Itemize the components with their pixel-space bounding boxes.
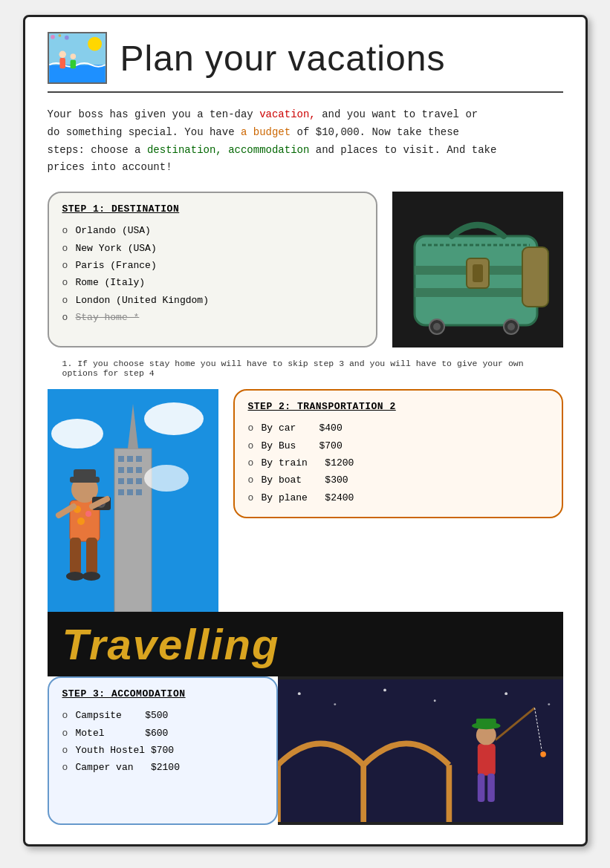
svg-point-53 [66,572,84,581]
svg-point-73 [504,692,507,695]
svg-point-72 [433,700,435,702]
step2-title: STEP 2: TRANSPORTATION 2 [248,401,548,412]
step3-box: STEP 3: ACCOMODATION Campsite $500 Motel… [48,676,278,825]
page: Plan your vacations Your boss has given … [23,15,588,846]
svg-point-8 [58,34,61,37]
svg-rect-30 [118,467,124,473]
svg-point-23 [51,419,103,448]
list-item: Camper van $2100 [62,759,263,776]
svg-rect-13 [415,288,537,297]
svg-rect-15 [473,264,483,282]
price: $700 [319,437,360,454]
svg-rect-31 [127,467,133,473]
step3-list: Campsite $500 Motel $600 Youth Hostel $7… [62,707,263,777]
list-item: Youth Hostel $700 [62,742,263,759]
price: $500 [145,707,186,724]
svg-point-24 [144,402,204,435]
svg-rect-33 [118,478,124,484]
svg-point-7 [51,35,55,39]
svg-rect-34 [127,478,133,484]
list-item: By car $400 [248,420,548,437]
footnote: 1. If you choose stay home you will have… [48,359,563,378]
step2-box: STEP 2: TRANSPORTATION 2 By car $400 By … [233,389,563,518]
list-item: By train $1200 [248,454,548,471]
svg-point-54 [82,572,100,581]
travelling-banner: Travelling [48,612,563,676]
svg-rect-56 [278,679,563,822]
step1-title: STEP 1: DESTINATION [62,203,363,215]
step3-title: STEP 3: ACCOMODATION [62,688,263,699]
svg-point-18 [433,323,441,330]
svg-rect-28 [127,456,133,462]
svg-point-20 [507,323,515,330]
svg-point-6 [70,53,76,59]
svg-rect-32 [136,467,142,473]
svg-rect-60 [477,744,495,776]
svg-point-74 [548,703,550,705]
list-item: New York (USA) [62,240,363,257]
svg-rect-68 [487,774,495,802]
price: $300 [325,471,366,489]
step1-section: STEP 1: DESTINATION Orlando (USA) New Yo… [48,192,563,347]
svg-rect-27 [118,456,124,462]
svg-point-69 [297,692,300,695]
header: Plan your vacations [48,32,563,93]
destination-highlight: destination, accommodation [147,144,309,156]
intro-text: Your boss has given you a ten-day vacati… [48,106,563,177]
step1-box: STEP 1: DESTINATION Orlando (USA) New Yo… [48,192,377,347]
fishing-illustration [278,676,563,825]
svg-point-66 [540,751,546,757]
vacation-highlight: vacation, [259,108,316,120]
svg-point-70 [334,703,336,705]
svg-rect-51 [70,538,81,575]
page-title: Plan your vacations [120,38,446,79]
step2-list: By car $400 By Bus $700 By train $1200 B… [248,420,548,506]
svg-point-71 [383,689,386,692]
tourist-illustration [48,389,218,612]
budget-highlight: a budget [241,126,291,138]
step1-list: Orlando (USA) New York (USA) Paris (Fran… [62,222,363,326]
svg-rect-63 [476,719,496,728]
svg-point-41 [85,511,91,517]
svg-rect-37 [127,489,133,495]
travelling-text: Travelling [62,620,280,668]
svg-point-2 [88,37,102,51]
svg-rect-5 [70,60,76,68]
header-image [48,32,107,84]
price: $1200 [325,454,366,471]
list-item: Motel $600 [62,725,263,742]
svg-point-4 [59,51,65,58]
svg-rect-36 [118,489,124,495]
price: $600 [145,725,186,742]
svg-rect-35 [136,478,142,484]
list-item: By boat $300 [248,471,548,489]
svg-rect-16 [522,247,548,307]
price: $400 [319,420,360,437]
svg-rect-29 [136,456,142,462]
list-item: London (United Kingdom) [62,292,363,309]
step3-section: STEP 3: ACCOMODATION Campsite $500 Motel… [48,676,563,825]
strikethrough-item: Stay home * [76,312,140,323]
list-item: Rome (Italy) [62,274,363,291]
step2-section: STEP 2: TRANSPORTATION 2 By car $400 By … [48,389,563,612]
svg-rect-1 [49,65,105,82]
svg-rect-45 [74,469,96,478]
svg-point-9 [65,36,69,40]
list-item: Campsite $500 [62,707,263,724]
svg-rect-52 [86,538,97,575]
price: $2100 [151,759,192,776]
list-item: By Bus $700 [248,437,548,454]
price: $700 [151,742,192,759]
svg-point-42 [77,518,85,525]
svg-rect-3 [59,58,65,68]
list-item: Paris (France) [62,257,363,274]
price: $2400 [325,489,366,506]
bag-illustration [392,192,563,347]
svg-point-55 [144,465,189,492]
list-item: Stay home * [62,309,363,326]
svg-rect-38 [136,489,142,495]
svg-rect-67 [477,774,484,802]
list-item: Orlando (USA) [62,222,363,239]
list-item: By plane $2400 [248,489,548,506]
